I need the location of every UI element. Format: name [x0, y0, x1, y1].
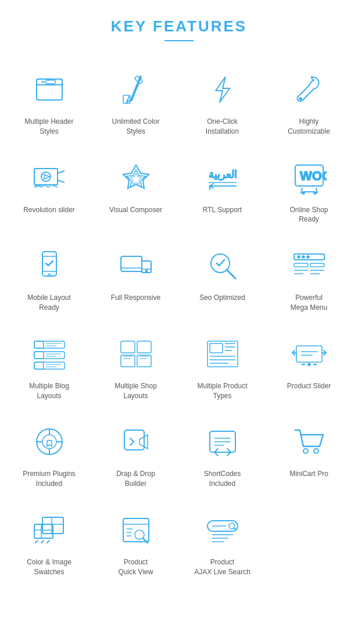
feature-label: PowerfulMega Menu	[291, 293, 327, 313]
video-icon	[29, 158, 70, 198]
wrench-icon	[289, 69, 330, 110]
feature-visual-composer: Visual Composer	[92, 147, 179, 235]
svg-rect-66	[121, 355, 135, 367]
features-grid: Multiple HeaderStyles Unlimited ColorSty…	[0, 53, 358, 593]
feature-mobile-layout-ready: Mobile LayoutReady	[6, 235, 92, 323]
svg-point-97	[303, 449, 308, 453]
feature-label: Color & ImageSwatches	[27, 557, 71, 577]
svg-rect-54	[34, 352, 65, 359]
svg-point-45	[307, 256, 309, 258]
minicart-icon	[289, 421, 330, 462]
feature-label: ProductAJAX Live Search	[194, 557, 250, 577]
feature-label: ShortCodesIncluded	[204, 469, 241, 489]
feature-label: Multiple BlogLayouts	[29, 381, 69, 401]
mobile-icon	[29, 245, 70, 286]
feature-label: Drap & DropBuilder	[116, 469, 155, 489]
feature-multiple-product-types: Multiple ProductTypes	[179, 323, 266, 412]
feature-seo-optimized: Seo Optimized	[179, 235, 266, 323]
bloglayout-icon	[29, 334, 70, 374]
svg-line-115	[234, 528, 236, 530]
title-underline	[164, 40, 194, 41]
svg-marker-12	[44, 174, 49, 179]
feature-multiple-blog-layouts: Multiple BlogLayouts	[6, 323, 92, 412]
slider-icon	[289, 334, 330, 374]
svg-point-29	[314, 192, 316, 194]
feature-product-slider: Product Slider	[266, 323, 352, 412]
feature-label: Multiple ShopLayouts	[114, 381, 157, 401]
page-title-section: KEY FEATURES	[0, 0, 358, 53]
svg-rect-67	[137, 355, 151, 367]
woo-icon: WOO	[289, 158, 330, 198]
svg-point-39	[145, 270, 147, 272]
svg-rect-46	[294, 263, 308, 267]
feature-full-responsive: Full Responsive	[92, 235, 179, 323]
svg-text:العربية: العربية	[209, 169, 237, 181]
shortcodes-icon	[202, 421, 243, 462]
feature-label: Multiple HeaderStyles	[24, 117, 73, 137]
svg-rect-65	[137, 341, 151, 353]
page-title: KEY FEATURES	[0, 17, 358, 35]
feature-label: Revolution slider	[23, 205, 75, 215]
feature-label: Premium PluginsIncluded	[23, 469, 76, 489]
seo-icon	[202, 245, 243, 286]
svg-rect-92	[124, 430, 144, 450]
feature-label: Unlimited ColorStyles	[112, 117, 159, 137]
svg-point-33	[48, 274, 51, 276]
svg-rect-0	[37, 79, 62, 100]
feature-revolution-slider: Revolution slider	[6, 147, 92, 235]
compose-icon	[116, 158, 156, 198]
feature-label: Full Responsive	[111, 293, 160, 303]
feature-label: Multiple ProductTypes	[197, 381, 247, 401]
feature-one-click-installation: One-ClickInstallation	[179, 59, 266, 147]
dragdrop-icon	[116, 421, 156, 462]
feature-label: One-ClickInstallation	[206, 117, 239, 137]
svg-point-43	[298, 256, 300, 258]
quickview-icon	[116, 510, 156, 550]
feature-minicart-pro: MiniCart Pro	[266, 411, 352, 499]
svg-rect-64	[121, 341, 135, 353]
svg-rect-73	[210, 344, 223, 353]
svg-point-28	[302, 192, 305, 194]
svg-point-9	[299, 98, 302, 100]
producttypes-icon	[202, 334, 243, 374]
svg-rect-10	[34, 169, 58, 185]
svg-point-98	[314, 449, 318, 453]
svg-rect-47	[310, 263, 324, 267]
rtl-icon: العربية العربية	[202, 158, 243, 198]
feature-label: Visual Composer	[109, 205, 162, 215]
svg-rect-34	[121, 256, 142, 271]
feature-label: RTL Support	[203, 205, 242, 215]
svg-rect-53	[34, 341, 44, 348]
ajaxsearch-icon	[202, 510, 243, 550]
feature-shortcodes-included: ShortCodesIncluded	[179, 411, 266, 499]
feature-label: ProductQuick View	[119, 557, 153, 577]
svg-line-14	[58, 180, 65, 183]
feature-multiple-header-styles: Multiple HeaderStyles	[6, 59, 92, 147]
feature-unlimited-color-styles: Unlimited ColorStyles	[92, 59, 179, 147]
feature-product-quick-view: ProductQuick View	[92, 499, 179, 588]
svg-point-44	[302, 256, 305, 258]
feature-powerful-mega-menu: PowerfulMega Menu	[266, 235, 352, 323]
plugins-icon	[29, 421, 70, 462]
svg-rect-80	[296, 346, 322, 362]
svg-line-41	[227, 270, 235, 278]
bolt-icon	[202, 69, 243, 110]
feature-label: Online ShopReady	[289, 205, 328, 225]
svg-rect-52	[34, 341, 65, 348]
svg-rect-56	[34, 362, 65, 369]
feature-product-ajax-live-search: ProductAJAX Live Search	[179, 499, 266, 588]
feature-highly-customizable: HighlyCustomizable	[266, 59, 352, 147]
svg-rect-57	[34, 362, 44, 369]
feature-multiple-shop-layouts: Multiple ShopLayouts	[92, 323, 179, 412]
responsive-icon	[116, 245, 156, 286]
feature-premium-plugins-included: Premium PluginsIncluded	[6, 411, 92, 499]
color-icon	[116, 69, 156, 110]
svg-rect-55	[34, 352, 44, 359]
feature-label: MiniCart Pro	[289, 469, 328, 479]
feature-rtl-support: العربية العربية RTL Support	[179, 147, 266, 235]
svg-rect-3	[46, 80, 55, 84]
feature-drag-drop-builder: Drap & DropBuilder	[92, 411, 179, 499]
feature-color-image-swatches: Color & ImageSwatches	[6, 499, 92, 588]
svg-marker-20	[130, 173, 142, 184]
megamenu-icon	[289, 245, 330, 286]
